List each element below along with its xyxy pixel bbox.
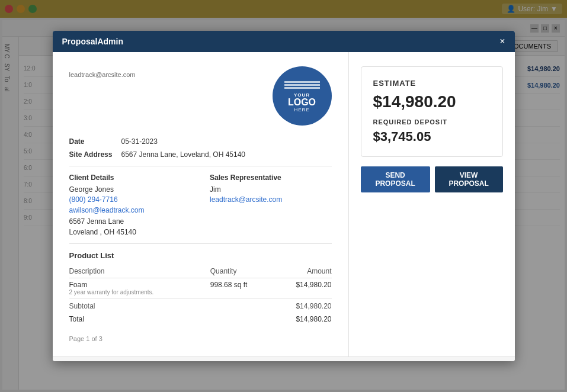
modal-title: ProposalAdmin bbox=[62, 37, 123, 46]
logo-lines-decoration bbox=[284, 80, 320, 90]
client-email[interactable]: awilson@leadtrack.com bbox=[69, 206, 145, 214]
section-divider-2 bbox=[69, 243, 332, 244]
total-value-cell: $14,980.20 bbox=[272, 313, 331, 326]
company-email: leadtrack@arcsite.com bbox=[69, 71, 136, 78]
modal-footer bbox=[53, 356, 515, 361]
product-list-header: Product List bbox=[69, 251, 332, 260]
proposal-modal: ProposalAdmin × leadtrack@arcsite.com bbox=[53, 31, 515, 361]
col-description: Description bbox=[69, 265, 210, 278]
logo-text-logo: LOGO bbox=[288, 98, 316, 107]
logo-text-here: HERE bbox=[294, 107, 309, 113]
product-name-cell: Foam 2 year warranty for adjustments. bbox=[69, 278, 210, 298]
col-amount: Amount bbox=[272, 265, 331, 278]
logo-line-3 bbox=[284, 87, 320, 89]
sales-rep-header: Sales Representative bbox=[210, 173, 332, 182]
table-header-row: Description Quantity Amount bbox=[69, 265, 332, 278]
send-proposal-button[interactable]: SEND PROPOSAL bbox=[361, 166, 430, 192]
client-address1: 6567 Jenna Lane bbox=[69, 217, 191, 226]
site-address-value: 6567 Jenna Lane, Loveland, OH 45140 bbox=[121, 150, 246, 159]
estimate-card: ESTIMATE $14,980.20 REQUIRED DEPOSIT $3,… bbox=[361, 66, 503, 157]
page-indicator: Page 1 of 3 bbox=[69, 335, 332, 342]
total-label-cell: Total bbox=[69, 313, 273, 326]
total-row: Total $14,980.20 bbox=[69, 313, 332, 326]
product-amount-cell: $14,980.20 bbox=[272, 278, 331, 298]
client-phone[interactable]: (800) 294-7716 bbox=[69, 195, 118, 204]
product-amount: $14,980.20 bbox=[296, 281, 331, 289]
product-name: Foam bbox=[69, 281, 88, 289]
section-divider-1 bbox=[69, 166, 332, 166]
table-row: Foam 2 year warranty for adjustments. 99… bbox=[69, 278, 332, 298]
date-label: Date bbox=[69, 137, 117, 146]
estimate-label: ESTIMATE bbox=[373, 79, 491, 88]
product-quantity: 998.68 sq ft bbox=[210, 281, 248, 289]
logo-line-2 bbox=[284, 84, 320, 86]
site-address-row: Site Address 6567 Jenna Lane, Loveland, … bbox=[69, 150, 332, 159]
estimate-panel: ESTIMATE $14,980.20 REQUIRED DEPOSIT $3,… bbox=[349, 52, 515, 356]
client-address2: Loveland , OH 45140 bbox=[69, 228, 191, 236]
modal-header: ProposalAdmin × bbox=[53, 31, 515, 52]
action-buttons: SEND PROPOSAL VIEW PROPOSAL bbox=[361, 166, 503, 192]
date-value: 05-31-2023 bbox=[121, 137, 158, 146]
client-details-header: Client Details bbox=[69, 173, 191, 182]
subtotal-value-cell: $14,980.20 bbox=[272, 298, 331, 313]
sales-rep-col: Sales Representative Jim leadtrack@arcsi… bbox=[210, 173, 332, 236]
client-name: George Jones bbox=[69, 185, 191, 194]
estimate-amount: $14,980.20 bbox=[373, 92, 491, 111]
product-table: Description Quantity Amount Foam 2 year … bbox=[69, 265, 332, 326]
rep-email[interactable]: leadtrack@arcsite.com bbox=[210, 195, 282, 204]
view-proposal-button[interactable]: VIEW PROPOSAL bbox=[435, 166, 503, 192]
proposal-document: leadtrack@arcsite.com YOUR LOGO HERE bbox=[53, 52, 349, 356]
col-quantity: Quantity bbox=[210, 265, 273, 278]
site-address-label: Site Address bbox=[69, 150, 117, 159]
modal-body: leadtrack@arcsite.com YOUR LOGO HERE bbox=[53, 52, 515, 356]
deposit-label: REQUIRED DEPOSIT bbox=[373, 118, 491, 126]
client-rep-section: Client Details George Jones (800) 294-77… bbox=[69, 173, 332, 236]
product-warranty: 2 year warranty for adjustments. bbox=[69, 289, 210, 295]
rep-name: Jim bbox=[210, 185, 332, 194]
modal-overlay: ProposalAdmin × leadtrack@arcsite.com bbox=[0, 0, 567, 392]
subtotal-label-cell: Subtotal bbox=[69, 298, 273, 313]
proposal-header-section: leadtrack@arcsite.com YOUR LOGO HERE bbox=[69, 66, 332, 126]
logo-line-1 bbox=[284, 81, 320, 83]
company-info: leadtrack@arcsite.com bbox=[69, 66, 136, 78]
company-logo: YOUR LOGO HERE bbox=[273, 66, 332, 126]
date-row: Date 05-31-2023 bbox=[69, 137, 332, 146]
product-quantity-cell: 998.68 sq ft bbox=[210, 278, 273, 298]
client-details-col: Client Details George Jones (800) 294-77… bbox=[69, 173, 191, 236]
modal-close-button[interactable]: × bbox=[499, 37, 505, 46]
subtotal-row: Subtotal $14,980.20 bbox=[69, 298, 332, 313]
deposit-amount: $3,745.05 bbox=[373, 129, 491, 144]
